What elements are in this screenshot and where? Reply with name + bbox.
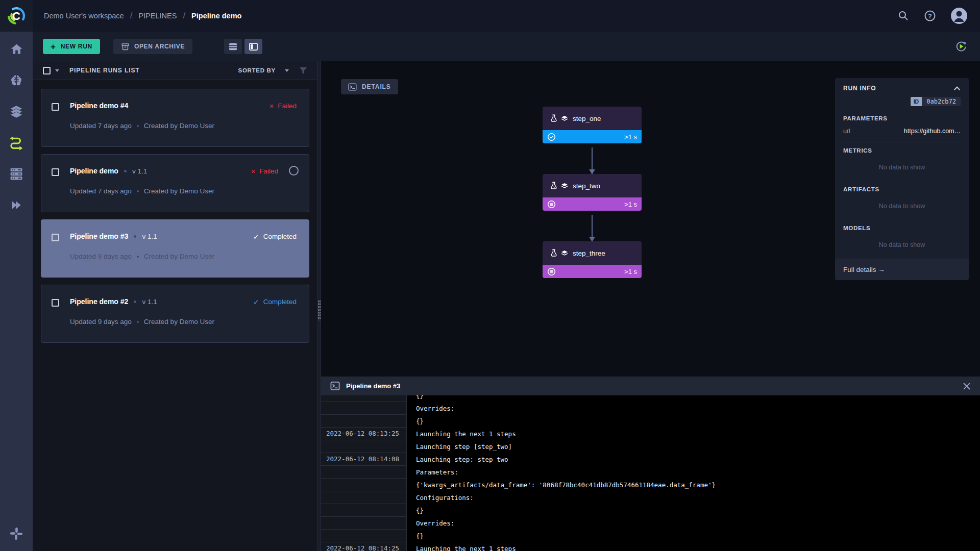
log-timestamp — [321, 402, 407, 415]
log-row: Launching step [step_two] — [321, 440, 980, 453]
sidebar-item-projects[interactable] — [0, 65, 33, 96]
detail-view-toggle[interactable] — [244, 39, 262, 54]
main-row: PIPELINE RUNS LIST SORTED BY — [33, 61, 980, 551]
clearml-logo[interactable]: C — [0, 0, 33, 32]
run-status: × Failed — [270, 102, 297, 110]
step-name: step_three — [573, 249, 605, 257]
search-icon[interactable] — [897, 10, 910, 22]
title-dot — [134, 300, 136, 303]
log-row: Overrides: — [321, 517, 980, 530]
new-run-button[interactable]: + NEW RUN — [43, 39, 100, 54]
table-view-icon — [229, 43, 237, 51]
sidebar-item-pipelines[interactable] — [0, 127, 33, 158]
sidebar-item-home[interactable] — [0, 34, 33, 65]
breadcrumb-separator: / — [130, 11, 133, 21]
run-status: × Failed — [251, 167, 278, 175]
select-all-checkbox[interactable] — [43, 67, 51, 74]
log-row: {} — [321, 395, 980, 402]
sidebar-item-workers[interactable] — [0, 158, 33, 189]
topbar: C Demo User's workspace / PIPELINES / Pi… — [0, 0, 980, 32]
log-timestamp — [321, 395, 407, 402]
help-icon[interactable]: ? — [924, 10, 936, 22]
sidebar-item-reports[interactable] — [0, 189, 33, 220]
console-panel: Pipeline demo #3 {}Overrides:{}2022-06-1… — [321, 377, 980, 551]
log-row: Overrides: — [321, 402, 980, 415]
console-log[interactable]: {}Overrides:{}2022-06-12 08:13:25Launchi… — [321, 395, 980, 551]
models-section-title: MODELS — [835, 220, 969, 233]
sidebar-item-slack[interactable] — [0, 521, 33, 546]
console-close-button[interactable] — [963, 382, 971, 390]
open-archive-label: OPEN ARCHIVE — [134, 43, 185, 50]
metrics-section-title: METRICS — [835, 142, 969, 156]
run-meta: Updated 7 days ago Created by Demo User — [70, 187, 214, 195]
select-all-caret-icon[interactable] — [55, 69, 59, 72]
auto-refresh-button[interactable] — [954, 40, 968, 53]
dag-node-step-one[interactable]: step_one >1 s — [543, 107, 642, 143]
sorted-by-caret-icon — [285, 69, 289, 72]
completed-circle-icon — [547, 133, 556, 141]
breadcrumb-workspace[interactable]: Demo User's workspace — [44, 12, 124, 20]
home-icon — [10, 42, 23, 56]
slack-icon — [10, 527, 23, 540]
log-timestamp — [321, 415, 407, 428]
splitter-grip-icon — [318, 300, 321, 320]
pipelines-icon — [9, 135, 24, 151]
filter-icon — [299, 67, 307, 74]
failed-x-icon: × — [251, 168, 255, 175]
parameters-section-title: PARAMETERS — [835, 110, 969, 123]
log-row: {} — [321, 415, 980, 428]
log-row: Configurations: — [321, 491, 980, 504]
step-status-bar: >1 s — [543, 197, 642, 211]
arrow-down-icon — [592, 147, 593, 170]
run-created: Created by Demo User — [144, 122, 214, 130]
id-value: 0ab2cb72 — [922, 97, 961, 106]
details-button[interactable]: DETAILS — [341, 79, 398, 94]
runs-list-header: PIPELINE RUNS LIST SORTED BY — [33, 61, 317, 80]
run-card-pipeline-demo-3[interactable]: Pipeline demo #3 v 1.1 ✓ Completed Updat… — [41, 219, 309, 278]
run-checkbox[interactable] — [52, 103, 59, 111]
run-card-pipeline-demo-4[interactable]: Pipeline demo #4 × Failed Updated 7 days… — [41, 89, 309, 147]
flask-icon — [549, 248, 558, 258]
queued-circle-icon — [547, 267, 556, 276]
run-version: v 1.1 — [132, 167, 147, 175]
dag-node-step-three[interactable]: step_three >1 s — [543, 241, 642, 278]
run-checkbox[interactable] — [52, 299, 59, 307]
log-row: 2022-06-12 08:14:08Launching step: step_… — [321, 453, 980, 466]
step-name: step_two — [573, 182, 600, 190]
full-details-link[interactable]: Full details → — [835, 259, 969, 280]
run-checkbox[interactable] — [52, 168, 59, 176]
log-text: Parameters: — [407, 466, 980, 479]
new-run-label: NEW RUN — [61, 43, 92, 50]
dag-node-step-two[interactable]: step_two >1 s — [543, 174, 642, 211]
log-text: Launching the next 1 steps — [407, 428, 980, 440]
sidebar-item-datasets[interactable] — [0, 96, 33, 127]
log-text: {} — [407, 415, 980, 428]
run-state-ring-icon — [289, 166, 299, 176]
run-meta: Updated 7 days ago Created by Demo User — [70, 122, 214, 130]
sorted-by-dropdown[interactable]: SORTED BY — [238, 67, 289, 73]
log-timestamp: 2022-06-12 08:13:25 — [321, 428, 407, 440]
topbar-actions: ? — [897, 7, 980, 24]
content: + NEW RUN OPEN ARCHIVE — [33, 32, 980, 551]
run-card-pipeline-demo-2[interactable]: Pipeline demo #2 v 1.1 ✓ Completed Updat… — [41, 285, 309, 343]
log-text: {} — [407, 504, 980, 517]
panel-splitter[interactable] — [317, 61, 321, 551]
table-view-toggle[interactable] — [224, 39, 242, 54]
collapse-chevron-up-icon[interactable] — [953, 86, 961, 91]
run-card-pipeline-demo[interactable]: Pipeline demo v 1.1 × Failed Updated 7 d… — [41, 154, 309, 212]
breadcrumb-pipelines[interactable]: PIPELINES — [138, 12, 177, 20]
task-layers-icon — [561, 183, 568, 188]
meta-dot — [137, 190, 139, 192]
run-created: Created by Demo User — [144, 318, 214, 325]
log-timestamp — [321, 491, 407, 504]
filter-button[interactable] — [299, 67, 307, 74]
dag-canvas[interactable]: DETAILS — [321, 61, 980, 377]
run-status: ✓ Completed — [253, 298, 297, 306]
runs-list[interactable]: Pipeline demo #4 × Failed Updated 7 days… — [33, 80, 317, 551]
detail-view-icon — [249, 43, 258, 51]
open-archive-button[interactable]: OPEN ARCHIVE — [113, 39, 192, 54]
run-checkbox[interactable] — [52, 234, 59, 241]
failed-x-icon: × — [270, 103, 274, 110]
log-text: Overrides: — [407, 402, 980, 415]
user-avatar[interactable] — [950, 7, 968, 24]
